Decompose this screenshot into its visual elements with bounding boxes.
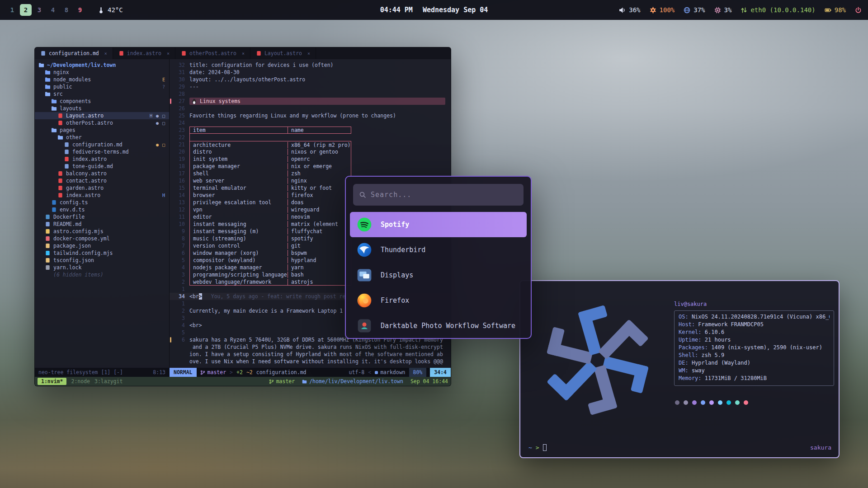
tree-item-~/Development/liv.town[interactable]: ~/Development/liv.town	[35, 61, 169, 69]
yml-file-icon	[45, 236, 51, 241]
tree-item-Layout.astro[interactable]: Layout.astroH ● □	[35, 112, 169, 119]
tree-item-label: src	[53, 91, 63, 97]
tree-item-components[interactable]: components	[35, 98, 169, 105]
tree-item-public[interactable]: public?	[35, 83, 169, 90]
workspace-4[interactable]: 4	[47, 4, 59, 16]
tree-item-nginx[interactable]: nginx	[35, 69, 169, 76]
tree-item-README.md[interactable]: README.md	[35, 221, 169, 228]
clock-date: Wednesday Sep 04	[423, 6, 488, 14]
thermometer-icon	[98, 7, 104, 14]
fetch-field-Memory: Memory: 11731MiB / 31280MiB	[679, 375, 830, 383]
md-table-row: window manager (xorg)bspwm	[189, 249, 351, 257]
tree-item-label: Dockerfile	[53, 214, 85, 220]
disk-module[interactable]: 37%	[684, 6, 705, 14]
tree-item-marker: ● □	[156, 142, 165, 147]
editor-line: 25Favorite things regarding Linux and my…	[170, 112, 451, 119]
tree-item-label: config.ts	[60, 199, 88, 206]
tree-item-index.astro[interactable]: index.astroH	[35, 192, 169, 199]
fastfetch-output: liv@sakura OS: NixOS 24.11.20240828.71e9…	[674, 301, 834, 405]
tmux-window-2:node[interactable]: 2:node	[71, 378, 90, 385]
workspace-1[interactable]: 1	[6, 4, 18, 16]
editor-tab-index.astro[interactable]: index.astro×	[113, 47, 175, 59]
tab-close-icon[interactable]: ×	[307, 51, 310, 56]
editor-tab-configuration.md[interactable]: configuration.md×	[35, 47, 113, 59]
tree-item-label: pages	[60, 127, 75, 133]
tree-item-astro.config.mjs[interactable]: astro.config.mjs	[35, 228, 169, 235]
workspace-3[interactable]: 3	[33, 4, 45, 16]
tree-item-env.d.ts[interactable]: env.d.ts	[35, 206, 169, 213]
terminal-window[interactable]: liv@sakura OS: NixOS 24.11.20240828.71e9…	[519, 280, 840, 458]
sign-column	[170, 155, 173, 163]
md-table-row: terminal emulatorkitty or foot	[189, 184, 351, 192]
editor-tab-Layout.astro[interactable]: Layout.astro×	[250, 47, 316, 59]
tree-item-tone-guide.md[interactable]: tone-guide.md	[35, 163, 169, 170]
shell-prompt[interactable]: ~ >	[528, 444, 547, 451]
line-number: 16	[173, 178, 189, 184]
tree-item-src[interactable]: src	[35, 90, 169, 98]
launcher-item-Spotify[interactable]: Spotify	[350, 212, 527, 237]
md-table-header: itemname	[189, 127, 351, 134]
tmux-window-1:nvim*[interactable]: 1:nvim*	[38, 378, 66, 385]
line-number: 4	[173, 264, 189, 271]
tree-item-other[interactable]: other	[35, 134, 169, 141]
statusline: neo-tree filesystem [1] [-] 8:13 NORMAL …	[35, 368, 451, 377]
tree-item-fediverse-terms.md[interactable]: fediverse-terms.md	[35, 148, 169, 155]
branch-icon	[200, 370, 205, 375]
tree-item-(6 hidden items)[interactable]: (6 hidden items)	[35, 271, 169, 278]
tree-item-docker-compose.yml[interactable]: docker-compose.yml	[35, 235, 169, 242]
tree-item-garden.astro[interactable]: garden.astro	[35, 184, 169, 192]
editor-line: 28	[170, 90, 451, 98]
sign-column	[170, 264, 173, 271]
tree-item-yarn.lock[interactable]: yarn.lock	[35, 264, 169, 271]
tab-close-icon[interactable]: ×	[167, 51, 170, 56]
tree-item-otherPost.astro[interactable]: otherPost.astro● □	[35, 119, 169, 127]
line-number: 28	[173, 91, 189, 97]
tmux-git-branch: master	[269, 378, 295, 385]
workspace-9[interactable]: 9	[74, 4, 86, 16]
network-module[interactable]: eth0 (10.0.0.140)	[741, 6, 815, 14]
power-button[interactable]	[855, 7, 862, 14]
tmux-window-3:lazygit[interactable]: 3:lazygit	[94, 378, 123, 385]
launcher-item-Firefox[interactable]: Firefox	[350, 288, 527, 313]
folder-icon	[45, 77, 51, 82]
tree-item-balcony.astro[interactable]: balcony.astro	[35, 170, 169, 177]
line-number: 34	[173, 293, 189, 300]
launcher-search[interactable]	[353, 184, 524, 206]
tree-item-layouts[interactable]: layouts	[35, 105, 169, 112]
bar-modules: 36% 100% 37% 3% eth0 (10.0.0.140) 98%	[619, 6, 862, 14]
tree-item-tsconfig.json[interactable]: tsconfig.json	[35, 257, 169, 264]
md-table-row: music (streaming)spotify	[189, 235, 351, 242]
launcher-item-Displays[interactable]: Displays	[350, 263, 527, 288]
editor-tab-otherPost.astro[interactable]: otherPost.astro×	[175, 47, 250, 59]
search-input[interactable]	[371, 191, 518, 199]
tree-item-configuration.md[interactable]: configuration.md● □	[35, 141, 169, 148]
tab-label: configuration.md	[49, 50, 99, 56]
tree-item-contact.astro[interactable]: contact.astro	[35, 177, 169, 184]
tree-item-index.astro[interactable]: index.astro	[35, 155, 169, 163]
palette-dot	[726, 400, 731, 405]
tree-item-Dockerfile[interactable]: Dockerfile	[35, 213, 169, 221]
brightness-module[interactable]: 100%	[650, 6, 675, 14]
tree-item-package.json[interactable]: package.json	[35, 242, 169, 249]
folder-icon	[57, 135, 63, 140]
power-icon	[855, 7, 862, 14]
folder-icon	[51, 106, 57, 111]
md-table-row: web servernginx	[189, 177, 351, 184]
markdown-file-icon	[40, 51, 46, 56]
line-number: 22	[173, 134, 189, 141]
battery-module[interactable]: 98%	[825, 6, 846, 14]
tree-item-tailwind.config.mjs[interactable]: tailwind.config.mjs	[35, 249, 169, 257]
launcher-item-Thunderbird[interactable]: Thunderbird	[350, 237, 527, 263]
tree-item-node_modules[interactable]: node_modulesE	[35, 76, 169, 83]
tree-item-config.ts[interactable]: config.ts	[35, 199, 169, 206]
workspace-2[interactable]: 2	[20, 4, 32, 16]
volume-module[interactable]: 36%	[619, 6, 640, 14]
tab-close-icon[interactable]: ×	[104, 51, 107, 56]
launcher-item-Darktable Photo Workflow Software[interactable]: Darktable Photo Workflow Software	[350, 313, 527, 338]
workspace-8[interactable]: 8	[61, 4, 72, 16]
cpu-module[interactable]: 3%	[714, 6, 732, 14]
tab-close-icon[interactable]: ×	[242, 51, 245, 56]
md-table-row: instant messagingmatrix (element	[189, 221, 351, 228]
tree-item-pages[interactable]: pages	[35, 127, 169, 134]
astro-file-icon	[57, 120, 63, 126]
